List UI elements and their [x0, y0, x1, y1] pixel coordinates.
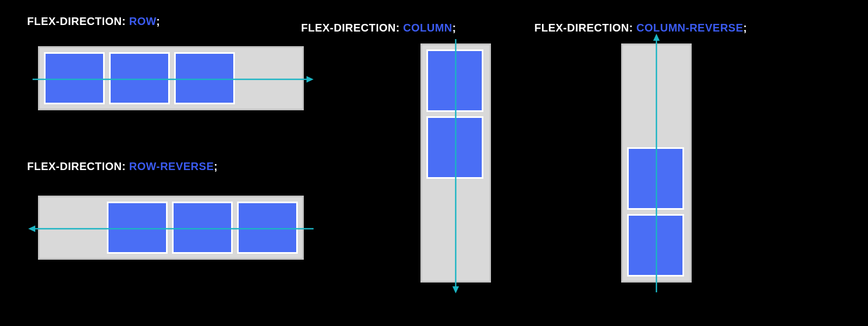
label-flex-row: FLEX-DIRECTION: ROW; — [27, 15, 160, 28]
flex-item — [107, 202, 168, 254]
flex-item — [426, 116, 483, 179]
label-prop: FLEX-DIRECTION: — [534, 22, 636, 34]
svg-marker-7 — [653, 34, 660, 41]
label-flex-column-reverse: FLEX-DIRECTION: COLUMN-REVERSE; — [534, 22, 747, 34]
label-value: COLUMN-REVERSE — [636, 22, 743, 34]
flex-item — [109, 52, 170, 104]
label-value: COLUMN — [403, 22, 452, 34]
label-semi: ; — [743, 22, 747, 34]
label-prop: FLEX-DIRECTION: — [27, 160, 129, 172]
svg-marker-3 — [28, 225, 35, 232]
flex-item — [627, 147, 684, 210]
label-flex-row-reverse: FLEX-DIRECTION: ROW-REVERSE; — [27, 160, 218, 173]
label-prop: FLEX-DIRECTION: — [301, 22, 403, 34]
label-value: ROW-REVERSE — [129, 160, 214, 172]
svg-marker-5 — [452, 286, 459, 293]
label-semi: ; — [214, 160, 218, 172]
label-prop: FLEX-DIRECTION: — [27, 15, 129, 27]
container-column — [420, 43, 491, 283]
flex-item — [44, 52, 105, 104]
label-value: ROW — [129, 15, 156, 27]
flex-item — [237, 202, 298, 254]
label-semi: ; — [452, 22, 456, 34]
container-row-reverse — [38, 196, 304, 260]
svg-marker-1 — [307, 76, 314, 83]
container-row — [38, 46, 304, 110]
flex-item — [627, 214, 684, 277]
flex-item — [174, 52, 235, 104]
label-flex-column: FLEX-DIRECTION: COLUMN; — [301, 22, 456, 34]
flex-item — [426, 49, 483, 112]
container-column-reverse — [621, 43, 692, 283]
flex-item — [172, 202, 233, 254]
label-semi: ; — [156, 15, 160, 27]
